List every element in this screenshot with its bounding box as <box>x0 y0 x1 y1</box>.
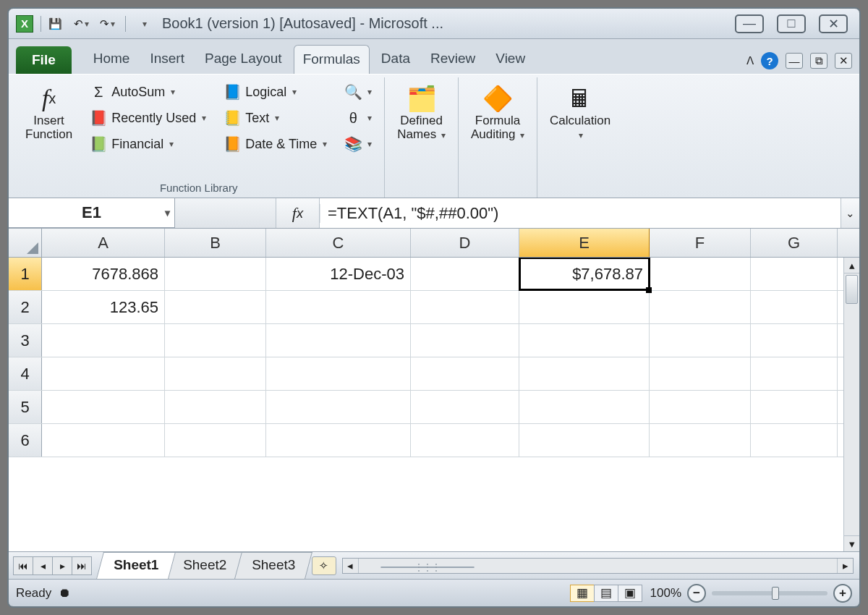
cell-A4[interactable] <box>42 357 165 390</box>
fx-button[interactable]: fx <box>276 198 320 228</box>
lookup-reference-button[interactable]: 🔍▾ <box>338 80 378 103</box>
cell-G4[interactable] <box>751 357 838 390</box>
calculation-button[interactable]: 🖩 Calculation▾ <box>543 79 617 142</box>
column-header-G[interactable]: G <box>751 229 838 257</box>
row-header-6[interactable]: 6 <box>9 424 42 457</box>
column-header-B[interactable]: B <box>165 229 266 257</box>
cell-B2[interactable] <box>165 291 266 323</box>
defined-names-button[interactable]: 🗂️ Defined Names ▾ <box>391 79 452 142</box>
cell-D4[interactable] <box>411 357 519 390</box>
row-header-4[interactable]: 4 <box>9 357 42 390</box>
sheet-tab-sheet3[interactable]: Sheet3 <box>234 552 312 579</box>
help-button[interactable]: ? <box>761 52 778 69</box>
text-button[interactable]: 📒Text▾ <box>217 106 333 130</box>
qat-customize-button[interactable]: ▾ <box>133 14 155 33</box>
new-sheet-button[interactable]: ✧ <box>312 556 336 575</box>
cell-C6[interactable] <box>266 424 411 457</box>
vertical-scrollbar[interactable]: ▴ ▾ <box>843 258 859 551</box>
cell-E1[interactable]: $7,678.87 <box>519 258 650 290</box>
tab-review[interactable]: Review <box>422 45 484 74</box>
save-button[interactable]: 💾 <box>44 14 66 33</box>
column-header-A[interactable]: A <box>42 229 165 257</box>
cell-C5[interactable] <box>266 391 411 423</box>
view-page-break-button[interactable]: ▣ <box>618 585 642 602</box>
close-button[interactable]: ✕ <box>819 14 848 33</box>
cell-F5[interactable] <box>650 391 751 423</box>
cell-G5[interactable] <box>751 391 838 423</box>
scroll-right-button[interactable]: ▸ <box>837 559 853 573</box>
zoom-value[interactable]: 100% <box>650 586 681 601</box>
maximize-button[interactable]: □ <box>777 14 806 33</box>
sheet-nav-prev[interactable]: ◂ <box>33 556 53 575</box>
math-trig-button[interactable]: θ▾ <box>338 106 378 130</box>
cell-A5[interactable] <box>42 391 165 423</box>
cell-D3[interactable] <box>411 324 519 357</box>
cell-C3[interactable] <box>266 324 411 357</box>
column-header-D[interactable]: D <box>411 229 519 257</box>
macro-record-icon[interactable]: ⏺ <box>59 586 71 601</box>
name-box[interactable]: E1 ▾ <box>9 198 175 228</box>
redo-button[interactable]: ↷▾ <box>96 14 118 33</box>
cell-B5[interactable] <box>165 391 266 423</box>
cell-G2[interactable] <box>751 291 838 323</box>
sheet-nav-first[interactable]: ⏮ <box>13 556 33 575</box>
scroll-thumb[interactable]: ⋮⋮⋮ <box>380 567 475 568</box>
scroll-left-button[interactable]: ◂ <box>343 559 359 573</box>
column-header-C[interactable]: C <box>266 229 411 257</box>
zoom-in-button[interactable]: + <box>833 584 852 603</box>
sheet-nav-next[interactable]: ▸ <box>52 556 72 575</box>
cell-D5[interactable] <box>411 391 519 423</box>
financial-button[interactable]: 📗Financial▾ <box>83 132 213 156</box>
row-header-1[interactable]: 1 <box>9 258 42 290</box>
select-all-corner[interactable] <box>9 229 42 257</box>
formula-auditing-button[interactable]: 🔶 Formula Auditing ▾ <box>464 79 531 142</box>
zoom-slider-thumb[interactable] <box>772 587 779 600</box>
cell-E5[interactable] <box>519 391 650 423</box>
scroll-down-button[interactable]: ▾ <box>844 535 859 551</box>
formula-bar-expand-button[interactable]: ⌄ <box>841 198 859 228</box>
cell-D6[interactable] <box>411 424 519 457</box>
row-header-3[interactable]: 3 <box>9 324 42 357</box>
cell-A3[interactable] <box>42 324 165 357</box>
cell-D1[interactable] <box>411 258 519 290</box>
date-time-button[interactable]: 📙Date & Time▾ <box>217 132 333 156</box>
cell-E4[interactable] <box>519 357 650 390</box>
cell-F4[interactable] <box>650 357 751 390</box>
file-tab[interactable]: File <box>16 46 72 74</box>
cell-B6[interactable] <box>165 424 266 457</box>
ribbon-collapse-button[interactable]: ᐱ <box>746 54 754 67</box>
workbook-restore-button[interactable]: ⧉ <box>810 53 827 69</box>
zoom-slider[interactable] <box>712 591 827 595</box>
cell-A6[interactable] <box>42 424 165 457</box>
view-page-layout-button[interactable]: ▤ <box>594 585 618 602</box>
zoom-out-button[interactable]: − <box>687 584 706 603</box>
cell-C2[interactable] <box>266 291 411 323</box>
cell-G6[interactable] <box>751 424 838 457</box>
view-normal-button[interactable]: ▦ <box>570 585 595 602</box>
chevron-down-icon[interactable]: ▾ <box>165 207 170 219</box>
more-functions-button[interactable]: 📚▾ <box>338 132 378 156</box>
cell-B4[interactable] <box>165 357 266 390</box>
cell-F3[interactable] <box>650 324 751 357</box>
sheet-nav-last[interactable]: ⏭ <box>72 556 92 575</box>
cell-A1[interactable]: 7678.868 <box>42 258 165 290</box>
cell-B3[interactable] <box>165 324 266 357</box>
cell-F2[interactable] <box>650 291 751 323</box>
sheet-tab-sheet2[interactable]: Sheet2 <box>166 552 244 579</box>
cell-B1[interactable] <box>165 258 266 290</box>
tab-data[interactable]: Data <box>373 45 419 74</box>
horizontal-scrollbar[interactable]: ◂ ⋮⋮⋮ ▸ <box>342 558 854 574</box>
cell-F1[interactable] <box>650 258 751 290</box>
row-header-5[interactable]: 5 <box>9 391 42 423</box>
row-header-2[interactable]: 2 <box>9 291 42 323</box>
workbook-minimize-button[interactable]: — <box>786 53 803 69</box>
cell-D2[interactable] <box>411 291 519 323</box>
column-header-F[interactable]: F <box>650 229 751 257</box>
undo-button[interactable]: ↶▾ <box>70 14 92 33</box>
cell-C4[interactable] <box>266 357 411 390</box>
cell-E2[interactable] <box>519 291 650 323</box>
tab-page-layout[interactable]: Page Layout <box>196 45 291 74</box>
scroll-up-button[interactable]: ▴ <box>844 258 859 273</box>
minimize-button[interactable]: — <box>735 14 764 33</box>
formula-input[interactable]: =TEXT(A1, "$#,##0.00") <box>320 204 841 223</box>
